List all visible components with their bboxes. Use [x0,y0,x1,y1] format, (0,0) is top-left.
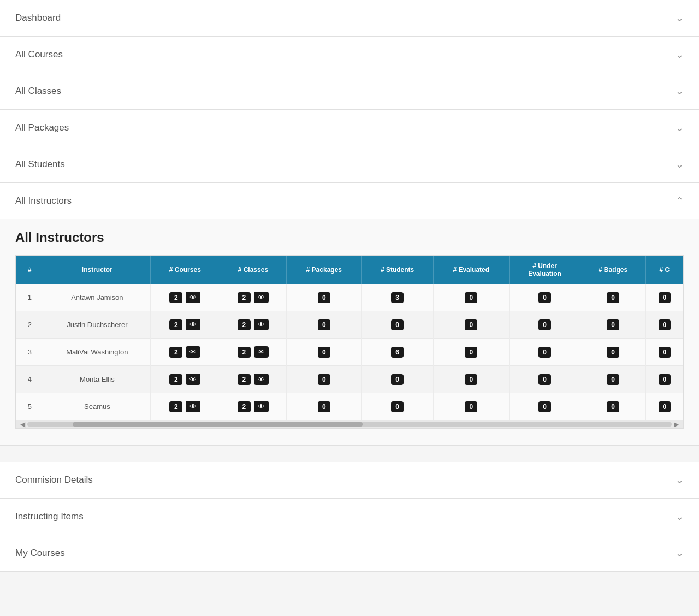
cell-evaluated: 0 [433,366,509,393]
badges-badge: 0 [607,319,619,330]
packages-badge: 0 [318,374,330,385]
cell-instructor-name: Justin Duchscherer [44,311,150,339]
bottom-accordion-item-1: Instructing Items⌄ [0,499,699,535]
students-badge: 3 [391,292,404,303]
bottom-accordion-label-0: Commision Details [15,475,93,485]
bottom-accordion-label-1: Instructing Items [15,511,84,522]
courses-view-button[interactable]: 👁 [186,319,200,330]
bottom-accordion-header-1[interactable]: Instructing Items⌄ [0,499,699,535]
courses-view-button[interactable]: 👁 [186,374,200,385]
cell-classes: 2👁 [220,311,287,339]
chevron-down-icon: ⌄ [676,85,684,97]
col-header-4: # Packages [287,256,362,284]
classes-view-button[interactable]: 👁 [254,374,269,385]
cell-c: 0 [645,366,683,393]
chevron-down-icon: ⌄ [676,158,684,170]
bottom-accordion-item-0: Commision Details⌄ [0,462,699,499]
courses-view-button[interactable]: 👁 [186,346,200,358]
classes-view-button[interactable]: 👁 [254,292,269,303]
c-badge: 0 [659,401,671,412]
col-header-0: # [16,256,44,284]
cell-courses: 2👁 [151,311,220,339]
classes-badge: 2 [238,292,251,303]
instructors-table-wrapper: #Instructor# Courses# Classes# Packages#… [15,255,684,429]
accordion-item-4: All Students⌄ [0,146,699,183]
chevron-down-icon: ⌄ [676,12,684,24]
c-badge: 0 [659,347,671,358]
cell-courses: 2👁 [151,284,220,311]
classes-view-button[interactable]: 👁 [254,401,269,412]
col-header-9: # C [645,256,683,284]
cell-courses: 2👁 [151,339,220,366]
scroll-left-arrow[interactable]: ◀ [18,420,27,428]
courses-badge: 2 [169,401,182,412]
cell-evaluated: 0 [433,339,509,366]
cell-num: 4 [16,366,44,393]
cell-packages: 0 [287,311,362,339]
cell-students: 0 [362,393,433,420]
bottom-accordion-header-2[interactable]: My Courses⌄ [0,535,699,571]
bottom-accordion-header-0[interactable]: Commision Details⌄ [0,462,699,498]
accordion-header-1[interactable]: All Courses⌄ [0,37,699,73]
table-row: 3MaliVai Washington2👁2👁060000 [16,339,683,366]
courses-view-button[interactable]: 👁 [186,292,200,303]
chevron-down-icon: ⌄ [676,122,684,134]
accordion-label-4: All Students [15,159,65,170]
cell-packages: 0 [287,339,362,366]
cell-evaluated: 0 [433,393,509,420]
section-title: All Instructors [15,230,684,245]
evaluated-badge: 0 [465,374,477,385]
accordion-nav: Dashboard⌄All Courses⌄All Classes⌄All Pa… [0,0,699,446]
courses-badge: 2 [169,319,182,330]
cell-courses: 2👁 [151,393,220,420]
chevron-up-icon: ⌃ [676,195,684,207]
cell-c: 0 [645,284,683,311]
cell-students: 6 [362,339,433,366]
cell-students: 0 [362,366,433,393]
col-header-6: # Evaluated [433,256,509,284]
under-eval-badge: 0 [538,347,551,358]
cell-badges: 0 [580,366,646,393]
packages-badge: 0 [318,292,330,303]
accordion-item-2: All Classes⌄ [0,73,699,110]
scrollbar-thumb[interactable] [73,422,363,427]
bottom-nav: Commision Details⌄Instructing Items⌄My C… [0,462,699,572]
cell-classes: 2👁 [220,393,287,420]
cell-num: 1 [16,284,44,311]
cell-classes: 2👁 [220,339,287,366]
accordion-item-3: All Packages⌄ [0,110,699,146]
table-row: 5Seamus2👁2👁000000 [16,393,683,420]
scroll-right-arrow[interactable]: ▶ [672,420,681,428]
cell-courses: 2👁 [151,366,220,393]
students-badge: 6 [391,347,404,358]
bottom-accordion-item-2: My Courses⌄ [0,535,699,572]
accordion-header-5[interactable]: All Instructors⌃ [0,183,699,219]
under-eval-badge: 0 [538,319,551,330]
cell-under-evaluation: 0 [509,393,580,420]
students-badge: 0 [391,319,404,330]
cell-instructor-name: MaliVai Washington [44,339,150,366]
classes-badge: 2 [238,347,251,358]
chevron-down-icon: ⌄ [676,474,684,486]
cell-under-evaluation: 0 [509,339,580,366]
classes-view-button[interactable]: 👁 [254,319,269,330]
accordion-header-3[interactable]: All Packages⌄ [0,110,699,146]
evaluated-badge: 0 [465,319,477,330]
cell-num: 3 [16,339,44,366]
courses-view-button[interactable]: 👁 [186,401,200,412]
accordion-header-4[interactable]: All Students⌄ [0,146,699,182]
cell-students: 3 [362,284,433,311]
evaluated-badge: 0 [465,401,477,412]
cell-packages: 0 [287,393,362,420]
accordion-header-2[interactable]: All Classes⌄ [0,73,699,109]
col-header-2: # Courses [151,256,220,284]
c-badge: 0 [659,319,671,330]
classes-view-button[interactable]: 👁 [254,346,269,358]
evaluated-badge: 0 [465,292,477,303]
instructors-table-section: All Instructors#Instructor# Courses# Cla… [0,219,699,445]
accordion-header-0[interactable]: Dashboard⌄ [0,0,699,36]
c-badge: 0 [659,374,671,385]
students-badge: 0 [391,401,404,412]
cell-packages: 0 [287,284,362,311]
horizontal-scrollbar[interactable]: ◀ ▶ [16,420,683,428]
